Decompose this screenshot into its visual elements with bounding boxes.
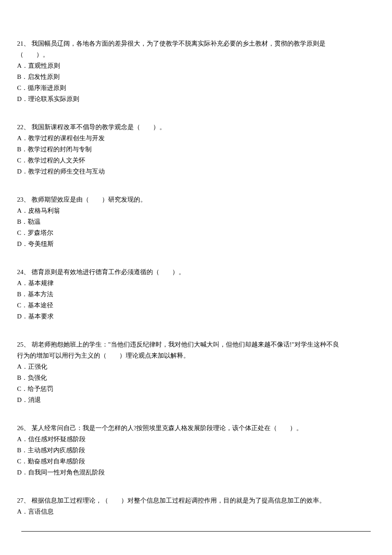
question-stem: 26、 某人经常问自己：我是一个怎样的人?按照埃里克森人格发展阶段理论，该个体正…: [17, 423, 375, 433]
question-number: 26、: [17, 425, 30, 431]
option-a: A．教学过程的课程创生与开发: [17, 133, 375, 143]
option-a: A．基本规律: [17, 278, 375, 288]
option-c: C．勤奋感对自卑感阶段: [17, 456, 375, 466]
option-d: D．理论联系实际原则: [17, 94, 375, 104]
question-stem-line1: 教师期望效应是由（ ）研究发现的。: [32, 196, 147, 203]
question-21: 21、 我国幅员辽阔，各地各方面的差异很大，为了使教学不脱离实际补充必要的乡土教…: [17, 38, 375, 104]
question-number: 23、: [17, 196, 30, 203]
question-stem: 24、 德育原则是有效地进行德育工作必须遵循的（ ）。: [17, 267, 375, 277]
question-stem-line1: 我国幅员辽阔，各地各方面的差异很大，为了使教学不脱离实际补充必要的乡土教材，贯彻…: [32, 40, 326, 47]
question-stem-line1: 某人经常问自己：我是一个怎样的人?按照埃里克森人格发展阶段理论，该个体正处在（ …: [32, 425, 303, 431]
option-d: D．消退: [17, 395, 375, 405]
question-number: 22、: [17, 124, 30, 130]
option-b: B．教学过程的封闭与专制: [17, 144, 375, 154]
option-a: A．皮格马利翁: [17, 205, 375, 216]
option-c: C．基本途径: [17, 300, 375, 310]
question-24: 24、 德育原则是有效地进行德育工作必须遵循的（ ）。 A．基本规律 B．基本方…: [17, 267, 375, 321]
question-23: 23、 教师期望效应是由（ ）研究发现的。 A．皮格马利翁 B．勒温 C．罗森塔…: [17, 194, 375, 249]
question-number: 24、: [17, 269, 30, 275]
question-number: 27、: [17, 497, 30, 504]
question-stem-line1: 根据信息加工过程理论，（ ）对整个信息加工过程起调控作用，目的就是为了提高信息加…: [32, 497, 326, 504]
question-stem-line2: 行为的增加可以用行为主义的（ ）理论观点来加以解释。: [17, 350, 375, 361]
question-stem: 25、 胡老师抱怨她班上的学生："当他们违反纪律时，我对他们大喊大叫，但他们却越…: [17, 339, 375, 350]
option-d: D．夸美纽斯: [17, 239, 375, 249]
question-22: 22、 我国新课程改革不倡导的教学观念是（ ）。 A．教学过程的课程创生与开发 …: [17, 122, 375, 176]
option-a: A．信任感对怀疑感阶段: [17, 434, 375, 444]
option-b: B．基本方法: [17, 289, 375, 299]
option-b: B．启发性原则: [17, 72, 375, 82]
option-c: C．给予惩罚: [17, 384, 375, 394]
question-27: 27、 根据信息加工过程理论，（ ）对整个信息加工过程起调控作用，目的就是为了提…: [17, 495, 375, 517]
option-b: B．主动感对内疚感阶段: [17, 445, 375, 455]
question-number: 25、: [17, 341, 30, 348]
option-b: B．负强化: [17, 373, 375, 383]
option-a: A．言语信息: [17, 506, 375, 517]
question-25: 25、 胡老师抱怨她班上的学生："当他们违反纪律时，我对他们大喊大叫，但他们却越…: [17, 339, 375, 405]
option-b: B．勒温: [17, 217, 375, 227]
option-d: D．教学过程的师生交往与互动: [17, 166, 375, 176]
question-stem: 23、 教师期望效应是由（ ）研究发现的。: [17, 194, 375, 205]
question-number: 21、: [17, 40, 30, 47]
option-d: D．基本要求: [17, 311, 375, 321]
question-stem: 22、 我国新课程改革不倡导的教学观念是（ ）。: [17, 122, 375, 132]
footer-divider: [21, 531, 371, 532]
question-stem: 21、 我国幅员辽阔，各地各方面的差异很大，为了使教学不脱离实际补充必要的乡土教…: [17, 38, 375, 49]
question-stem-line1: 德育原则是有效地进行德育工作必须遵循的（ ）。: [32, 269, 185, 275]
option-d: D．自我同一性对角色混乱阶段: [17, 467, 375, 477]
question-stem-line1: 胡老师抱怨她班上的学生："当他们违反纪律时，我对他们大喊大叫，但他们却越来越不像…: [32, 341, 339, 348]
question-stem-line1: 我国新课程改革不倡导的教学观念是（ ）。: [32, 124, 166, 130]
option-c: C．教学过程的人文关怀: [17, 155, 375, 165]
option-c: C．循序渐进原则: [17, 83, 375, 93]
option-a: A．正强化: [17, 361, 375, 372]
option-a: A．直观性原则: [17, 61, 375, 71]
question-26: 26、 某人经常问自己：我是一个怎样的人?按照埃里克森人格发展阶段理论，该个体正…: [17, 423, 375, 477]
question-stem: 27、 根据信息加工过程理论，（ ）对整个信息加工过程起调控作用，目的就是为了提…: [17, 495, 375, 506]
option-c: C．罗森塔尔: [17, 228, 375, 238]
question-stem-line2: （ ）。: [17, 49, 375, 60]
